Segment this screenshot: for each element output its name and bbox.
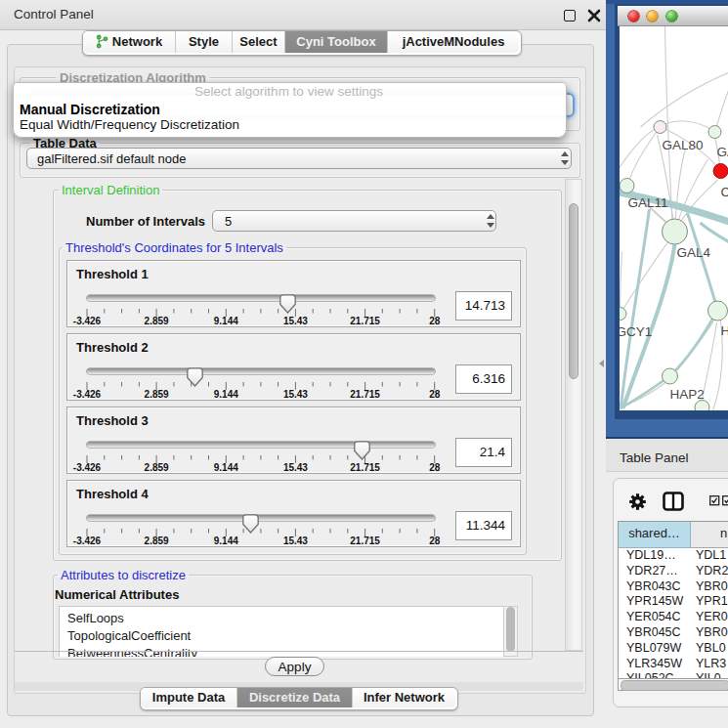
svg-text:GAL4: GAL4	[676, 245, 710, 260]
svg-text:C: C	[720, 185, 728, 199]
svg-text:H: H	[720, 323, 728, 338]
svg-text:GAL11: GAL11	[627, 195, 667, 210]
svg-text:GAL80: GAL80	[662, 138, 703, 152]
svg-text:HAP2: HAP2	[669, 387, 704, 402]
svg-text:GA: GA	[716, 145, 728, 159]
svg-text:GCY1: GCY1	[620, 324, 652, 339]
